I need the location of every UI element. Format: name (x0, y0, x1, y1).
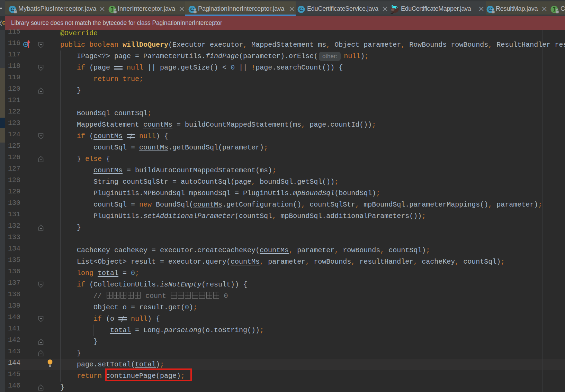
svg-text:C: C (299, 6, 303, 12)
svg-text:C: C (488, 6, 492, 12)
svg-text:C: C (190, 6, 194, 12)
svg-text:C: C (11, 6, 15, 12)
